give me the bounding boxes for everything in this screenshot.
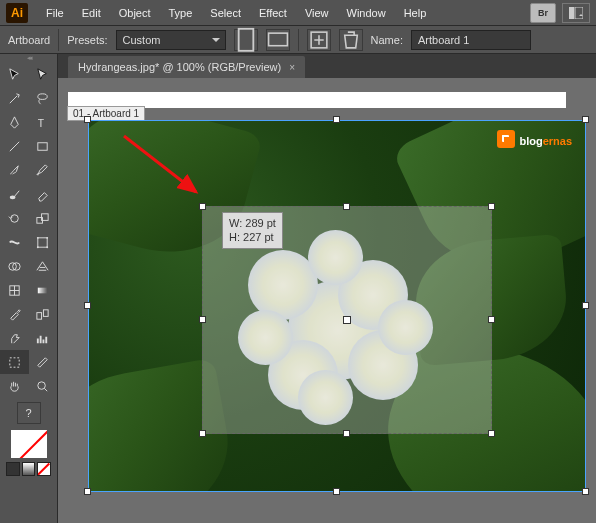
presets-dropdown[interactable]: Custom (116, 30, 226, 50)
menu-file[interactable]: File (38, 3, 72, 23)
outer-handle-n[interactable] (333, 116, 340, 123)
default-fill-stroke[interactable] (11, 430, 47, 458)
watermark-text-1: blog (519, 135, 542, 147)
handle-nw[interactable] (199, 203, 206, 210)
menu-help[interactable]: Help (396, 3, 435, 23)
bridge-button[interactable]: Br (530, 3, 556, 23)
pencil-tool[interactable] (29, 158, 58, 182)
free-transform-tool[interactable] (29, 230, 58, 254)
blend-tool[interactable] (29, 302, 58, 326)
svg-point-14 (37, 246, 39, 248)
color-mode-swatch[interactable] (6, 462, 20, 476)
presets-label: Presets: (67, 34, 107, 46)
trash-icon (340, 29, 362, 51)
close-tab-button[interactable]: × (289, 62, 295, 73)
help-tool[interactable]: ? (17, 402, 41, 424)
menu-type[interactable]: Type (161, 3, 201, 23)
line-tool[interactable] (0, 134, 29, 158)
outer-handle-e[interactable] (582, 302, 589, 309)
blob-brush-tool[interactable] (0, 182, 29, 206)
menu-window[interactable]: Window (339, 3, 394, 23)
artboard-name-input[interactable]: Artboard 1 (411, 30, 531, 50)
tooltip-width: W: 289 pt (229, 216, 276, 230)
svg-rect-7 (38, 142, 47, 150)
svg-rect-3 (268, 33, 287, 46)
artboard-tool[interactable] (0, 350, 29, 374)
handle-w[interactable] (199, 316, 206, 323)
outer-handle-sw[interactable] (84, 488, 91, 495)
handle-se[interactable] (488, 430, 495, 437)
zoom-tool[interactable] (29, 374, 58, 398)
delete-artboard-button[interactable] (339, 29, 363, 51)
none-mode-swatch[interactable] (37, 462, 51, 476)
svg-point-23 (38, 381, 46, 389)
pen-tool[interactable] (0, 110, 29, 134)
lasso-tool[interactable] (29, 86, 58, 110)
options-bar: Artboard Presets: Custom Name: Artboard … (0, 26, 596, 54)
shape-builder-tool[interactable] (0, 254, 29, 278)
eraser-tool[interactable] (29, 182, 58, 206)
svg-rect-11 (38, 237, 47, 246)
magic-wand-tool[interactable] (0, 86, 29, 110)
outer-handle-nw[interactable] (84, 116, 91, 123)
column-graph-tool[interactable] (29, 326, 58, 350)
handle-n[interactable] (343, 203, 350, 210)
svg-point-12 (37, 236, 39, 238)
pasteboard[interactable]: 01 - Artboard 1 blogernas (58, 78, 596, 523)
document-tab[interactable]: Hydrangeas.jpg* @ 100% (RGB/Preview) × (68, 56, 305, 78)
slice-tool[interactable] (29, 350, 58, 374)
width-tool[interactable] (0, 230, 29, 254)
workspace-switcher[interactable] (562, 3, 590, 23)
perspective-grid-tool[interactable] (29, 254, 58, 278)
outer-handle-s[interactable] (333, 488, 340, 495)
svg-text:T: T (38, 118, 45, 129)
new-artboard-button[interactable] (307, 29, 331, 51)
svg-point-13 (47, 236, 49, 238)
mesh-tool[interactable] (0, 278, 29, 302)
menu-object[interactable]: Object (111, 3, 159, 23)
svg-point-15 (47, 246, 49, 248)
direct-selection-tool[interactable] (29, 62, 58, 86)
app-logo: Ai (6, 3, 28, 23)
landscape-icon (267, 30, 289, 49)
rectangle-tool[interactable] (29, 134, 58, 158)
outer-handle-ne[interactable] (582, 116, 589, 123)
document-tab-bar: Hydrangeas.jpg* @ 100% (RGB/Preview) × (58, 54, 596, 78)
portrait-icon (235, 27, 257, 53)
measurement-tooltip: W: 289 pt H: 227 pt (222, 212, 283, 249)
handle-ne[interactable] (488, 203, 495, 210)
symbol-sprayer-tool[interactable] (0, 326, 29, 350)
rotate-tool[interactable] (0, 206, 29, 230)
handle-sw[interactable] (199, 430, 206, 437)
document-tab-title: Hydrangeas.jpg* @ 100% (RGB/Preview) (78, 61, 281, 73)
gradient-tool[interactable] (29, 278, 58, 302)
handle-e[interactable] (488, 316, 495, 323)
name-label: Name: (371, 34, 403, 46)
handle-center[interactable] (343, 316, 351, 324)
orientation-landscape-button[interactable] (266, 29, 290, 51)
panel-collapse-handle[interactable] (0, 54, 57, 62)
artboard-tag[interactable]: 01 - Artboard 1 (67, 106, 145, 121)
handle-s[interactable] (343, 430, 350, 437)
hand-tool[interactable] (0, 374, 29, 398)
menu-select[interactable]: Select (202, 3, 249, 23)
outer-handle-se[interactable] (582, 488, 589, 495)
selection-tool[interactable] (0, 62, 29, 86)
new-icon (308, 29, 330, 51)
tools-panel: T ? (0, 54, 58, 523)
menu-effect[interactable]: Effect (251, 3, 295, 23)
gradient-mode-swatch[interactable] (22, 462, 36, 476)
eyedropper-tool[interactable] (0, 302, 29, 326)
menu-edit[interactable]: Edit (74, 3, 109, 23)
orientation-portrait-button[interactable] (234, 29, 258, 51)
outer-handle-w[interactable] (84, 302, 91, 309)
paintbrush-tool[interactable] (0, 158, 29, 182)
svg-rect-0 (569, 7, 574, 19)
svg-point-5 (38, 93, 47, 99)
menu-view[interactable]: View (297, 3, 337, 23)
scale-tool[interactable] (29, 206, 58, 230)
type-tool[interactable]: T (29, 110, 58, 134)
divider (58, 29, 59, 51)
svg-rect-21 (44, 309, 49, 316)
svg-rect-20 (37, 312, 42, 319)
